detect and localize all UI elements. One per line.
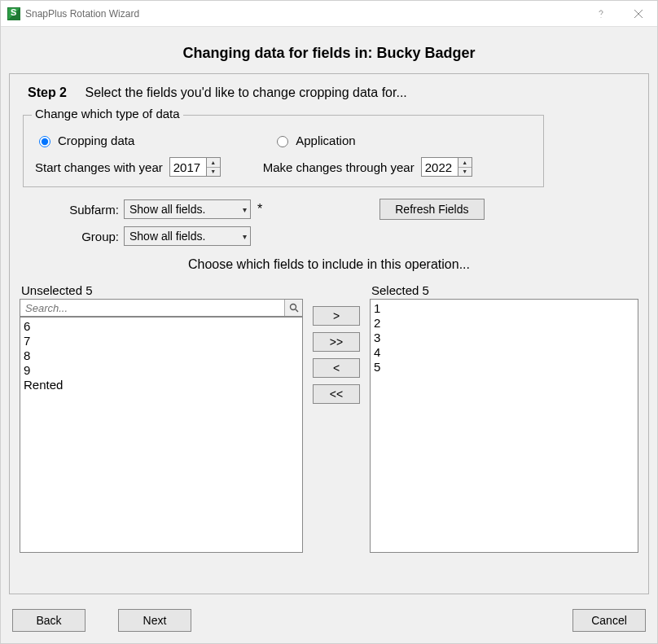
groupbox-legend: Change which type of data (32, 107, 183, 120)
svg-point-0 (290, 304, 296, 310)
radio-application-input[interactable] (277, 136, 288, 147)
search-icon-button[interactable] (284, 300, 302, 316)
list-item[interactable]: Rented (24, 378, 299, 392)
start-year-up[interactable]: ▲ (207, 158, 220, 168)
through-year-input[interactable] (422, 158, 458, 176)
subfarm-combo[interactable]: Show all fields. ▾ (124, 199, 251, 219)
subfarm-required-asterisk: * (257, 202, 262, 217)
selected-listbox[interactable]: 12345 (370, 299, 638, 553)
subfarm-label: Subfarm: (20, 203, 124, 217)
group-combo[interactable]: Show all fields. ▾ (124, 226, 251, 246)
chevron-down-icon: ▾ (243, 232, 247, 241)
cancel-button[interactable]: Cancel (572, 609, 646, 632)
start-year-down[interactable]: ▼ (207, 168, 220, 177)
back-button[interactable]: Back (12, 609, 86, 632)
unselected-search[interactable] (20, 299, 303, 317)
help-icon (596, 9, 606, 19)
list-item[interactable]: 9 (24, 363, 299, 378)
radio-cropping-input[interactable] (39, 136, 50, 147)
close-button[interactable] (620, 1, 657, 27)
page-heading: Changing data for fields in: Bucky Badge… (1, 27, 657, 70)
radio-application[interactable]: Application (273, 134, 355, 147)
start-year-spinner[interactable]: ▲ ▼ (169, 157, 221, 177)
search-input[interactable] (20, 300, 284, 316)
data-type-groupbox: Change which type of data Cropping data … (23, 115, 544, 187)
search-icon (289, 303, 299, 313)
step-label: Step 2 (28, 85, 67, 99)
list-item[interactable]: 8 (24, 348, 299, 363)
refresh-fields-button[interactable]: Refresh Fields (379, 199, 484, 220)
list-item[interactable]: 6 (24, 319, 299, 334)
list-item[interactable]: 5 (374, 360, 634, 375)
group-value: Show all fields. (129, 230, 205, 243)
step-text: Select the fields you'd like to change c… (85, 85, 406, 99)
move-right-button[interactable]: > (313, 306, 360, 326)
start-year-label: Start changes with year (35, 160, 163, 174)
mover-buttons: > >> < << (313, 283, 360, 404)
through-year-label: Make changes through year (263, 160, 415, 174)
start-year-input[interactable] (170, 158, 206, 176)
window-title: SnapPlus Rotation Wizard (25, 8, 139, 20)
app-icon (7, 7, 20, 20)
window-root: SnapPlus Rotation Wizard Changing data f… (0, 0, 658, 644)
group-label: Group: (20, 230, 124, 243)
through-year-up[interactable]: ▲ (458, 158, 472, 168)
radio-application-label: Application (296, 134, 355, 147)
choose-text: Choose which fields to include in this o… (20, 246, 638, 280)
list-item[interactable]: 1 (374, 301, 634, 316)
close-icon (634, 9, 643, 19)
selected-title: Selected 5 (370, 283, 638, 297)
list-item[interactable]: 2 (374, 316, 634, 331)
move-all-right-button[interactable]: >> (313, 332, 360, 352)
radio-cropping[interactable]: Cropping data (35, 134, 134, 147)
move-all-left-button[interactable]: << (313, 384, 360, 404)
titlebar: SnapPlus Rotation Wizard (1, 1, 657, 27)
radio-cropping-label: Cropping data (58, 134, 134, 147)
list-item[interactable]: 3 (374, 331, 634, 345)
move-left-button[interactable]: < (313, 358, 360, 378)
unselected-title: Unselected 5 (20, 283, 303, 297)
list-item[interactable]: 4 (374, 345, 634, 360)
through-year-spinner[interactable]: ▲ ▼ (421, 157, 472, 177)
chevron-down-icon: ▾ (243, 205, 247, 214)
footer: Back Next Cancel (1, 601, 657, 643)
list-item[interactable]: 7 (24, 334, 299, 348)
unselected-listbox[interactable]: 6789Rented (20, 317, 303, 553)
through-year-down[interactable]: ▼ (458, 168, 472, 177)
subfarm-value: Show all fields. (129, 203, 205, 216)
dual-list: Unselected 5 6789Rented > >> < << Select… (20, 283, 638, 553)
content-frame: Step 2 Select the fields you'd like to c… (9, 73, 649, 594)
next-button[interactable]: Next (118, 609, 191, 632)
help-button[interactable] (582, 1, 620, 27)
